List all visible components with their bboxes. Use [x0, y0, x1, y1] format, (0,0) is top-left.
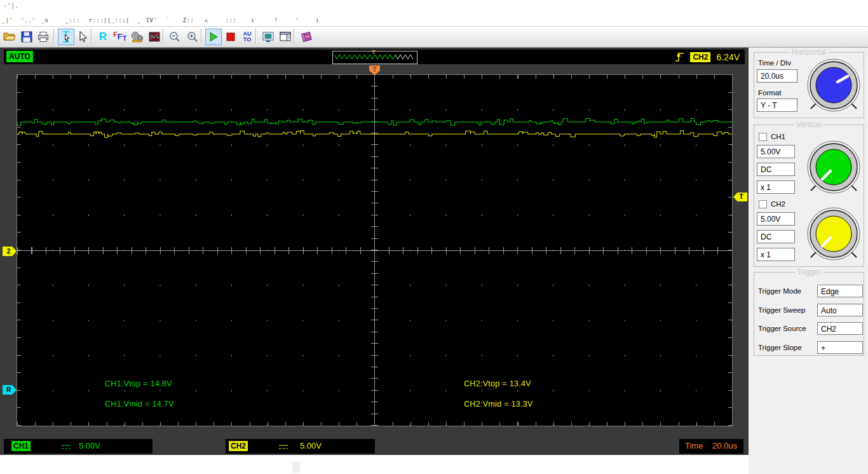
ch1-volts-div-readout: 5.00V: [79, 441, 100, 451]
ch2-position-knob[interactable]: [806, 207, 861, 261]
ch2-probe-select[interactable]: x 1: [757, 248, 795, 261]
ch1-enable-checkbox[interactable]: [759, 133, 767, 141]
dc-coupling-icon: [61, 444, 71, 450]
menu-item[interactable]: !: [275, 18, 278, 24]
help-button[interactable]: [298, 29, 315, 45]
scope-screen[interactable]: CH1:Vtop = 14.8V CH1:Vmid = 14.7V CH2:Vt…: [17, 75, 732, 426]
menu-item[interactable]: i: [251, 18, 255, 24]
open-button[interactable]: [1, 29, 18, 45]
waveform-traces: [17, 75, 732, 426]
fullscreen-button[interactable]: [260, 29, 276, 45]
menu-item[interactable]: _:::: [65, 18, 80, 24]
trigger-sweep-label: Trigger Sweep: [758, 306, 805, 314]
trigger-source-select[interactable]: CH2: [817, 322, 863, 335]
cursor-tool-button[interactable]: [58, 29, 74, 45]
time-label: Time: [685, 441, 703, 451]
trigger-slope-label: Trigger Slope: [758, 344, 802, 351]
ch2-volts-div-readout: 5.00V: [300, 441, 322, 451]
menu-item[interactable]: '..': [21, 18, 36, 24]
time-div-select[interactable]: 20.0us: [757, 69, 797, 83]
trigger-mode-label: Trigger Mode: [758, 287, 801, 295]
ch2-position-marker[interactable]: 2: [3, 247, 17, 256]
ch1-status-box: CH1 5.00V: [4, 439, 153, 454]
save-icon: [20, 30, 33, 43]
stop-button[interactable]: [222, 29, 239, 45]
trigger-slope-select[interactable]: +: [817, 341, 863, 354]
waveform-image-icon: [148, 30, 161, 43]
menu-item[interactable]: IV': [146, 18, 157, 24]
trigger-level-readout: 6.24V: [716, 52, 740, 62]
menu-item[interactable]: :::: [226, 18, 236, 24]
auto-setup-icon: AUTO: [243, 31, 252, 43]
menu-item[interactable]: `: [166, 18, 170, 24]
zoom-out-button[interactable]: [166, 29, 183, 45]
trigger-time-marker[interactable]: T: [369, 65, 380, 75]
ch2-coupling-select[interactable]: DC: [757, 230, 795, 243]
trigger-level-marker[interactable]: T: [733, 193, 747, 201]
menu-item[interactable]: .: [123, 18, 126, 24]
ch1-probe-select[interactable]: x 1: [757, 180, 795, 194]
menu-item[interactable]: _o: [41, 18, 49, 24]
rising-edge-icon: [675, 51, 684, 63]
trigger-source-badge: CH2: [690, 52, 710, 62]
acquisition-mode-badge: AUTO: [6, 51, 33, 62]
ch1-volts-div-select[interactable]: 5.00V: [757, 145, 795, 158]
pointer-button[interactable]: [74, 29, 91, 45]
format-label: Format: [758, 89, 781, 97]
menu-item[interactable]: ': [295, 18, 299, 24]
save-button[interactable]: [18, 29, 35, 45]
zoom-in-icon: [186, 30, 199, 43]
ch2-volts-div-select[interactable]: 5.00V: [757, 212, 795, 226]
ch2-label: CH2: [771, 200, 785, 208]
trigger-mode-select[interactable]: Edge: [817, 285, 863, 297]
timebase-status-box: Time 20.0us: [679, 439, 743, 454]
control-panel: Horizontal Time / DIv 20.0us Format Y - …: [749, 48, 868, 474]
window-layout-button[interactable]: [277, 29, 294, 45]
film-icon: [131, 30, 144, 43]
ch1-vtop-measurement: CH1:Vtop = 14.8V: [105, 379, 172, 388]
ch1-coupling-select[interactable]: DC: [757, 163, 795, 176]
refresh-r-icon: R: [99, 30, 107, 43]
ch2-status-box: CH2 5.00V: [226, 439, 375, 454]
refresh-button[interactable]: R: [95, 29, 111, 45]
zoom-in-button[interactable]: [184, 29, 201, 45]
ref-position-marker[interactable]: R: [3, 385, 17, 395]
run-button[interactable]: [205, 29, 222, 45]
trigger-group-legend: Trigger: [795, 267, 823, 276]
ch1-position-knob[interactable]: [806, 140, 861, 194]
auto-setup-button[interactable]: AUTO: [239, 29, 255, 45]
toolbar-separator: [201, 29, 201, 44]
menu-item[interactable]: Z::: [183, 18, 194, 24]
menu-item[interactable]: i: [316, 18, 320, 24]
open-folder-icon: [3, 30, 16, 43]
ch2-badge: CH2: [229, 441, 248, 451]
menu-item[interactable]: _|': [2, 18, 13, 24]
scope-application-area: AUTO T CH2 6.24V CH1:Vtop = 14.8V CH1:Vm…: [0, 48, 749, 455]
timebase-knob[interactable]: [806, 58, 861, 112]
cursor-tool-icon: [60, 30, 72, 43]
fft-button[interactable]: FFT: [112, 29, 128, 45]
menu-item[interactable]: =: [205, 18, 208, 24]
trigger-sweep-select[interactable]: Auto: [817, 304, 863, 316]
format-select[interactable]: Y - T: [757, 98, 797, 112]
record-button[interactable]: [129, 29, 146, 45]
time-value-readout: 20.0us: [712, 441, 737, 451]
print-button[interactable]: [35, 29, 51, 45]
ch2-vmid-measurement: CH2:Vmid = 13.3V: [464, 400, 533, 409]
menu-bar: _|' '..' _o _::: r:::||_:::| . _ IV' ` Z…: [0, 14, 868, 27]
menu-item[interactable]: _: [137, 18, 141, 24]
time-div-label: Time / DIv: [758, 59, 791, 67]
titlebar-glyphs: -'|.: [4, 3, 18, 9]
window-layout-icon: [279, 30, 292, 43]
trigger-group: Trigger Trigger Mode Edge Trigger Sweep …: [754, 272, 864, 356]
vertical-group-legend: Vertical: [794, 120, 823, 129]
waveform-capture-button[interactable]: [146, 29, 163, 45]
pointer-icon: [76, 30, 89, 43]
ch2-enable-checkbox[interactable]: [759, 200, 767, 208]
trigger-readout: CH2 6.24V: [675, 51, 740, 63]
toolbar-separator: [294, 29, 294, 44]
dc-coupling-icon: [278, 444, 288, 450]
ch1-vmid-measurement: CH1:Vmid = 14.7V: [105, 400, 174, 409]
toolbar-separator: [163, 29, 163, 44]
waveform-preview[interactable]: T: [332, 51, 417, 64]
